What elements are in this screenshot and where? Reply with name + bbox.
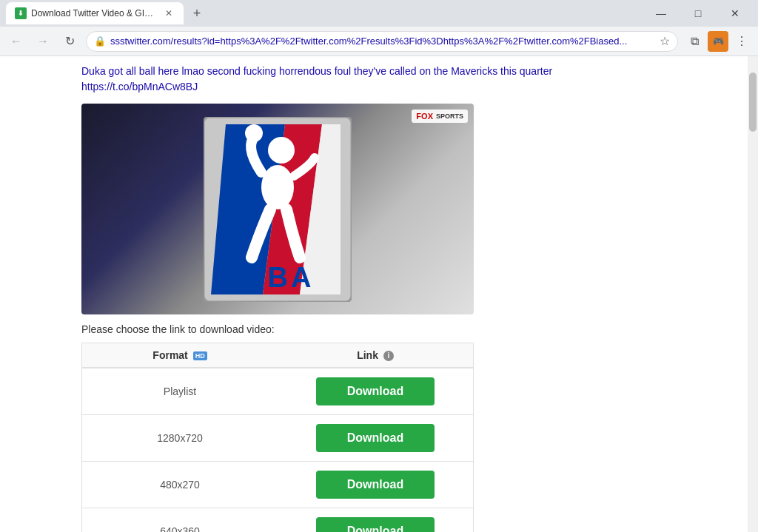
download-button-3[interactable]: Download [316, 517, 435, 532]
link-cell: Download [278, 368, 474, 415]
choose-download-text: Please choose the link to download video… [81, 323, 666, 335]
format-cell: 1280x720 [82, 415, 278, 462]
link-cell: Download [278, 508, 474, 532]
format-cell: Playlist [82, 368, 278, 415]
format-label: Playlist [164, 385, 196, 397]
tab-title: Download Twitter Video & GIF t... [31, 8, 158, 18]
tab-favicon: ⬇ [15, 7, 27, 19]
title-bar: ⬇ Download Twitter Video & GIF t... ✕ + … [0, 0, 758, 27]
table-row: 1280x720Download [82, 415, 474, 462]
tweet-text: Duka got all ball here lmao second fucki… [81, 64, 666, 95]
link-cell: Download [278, 415, 474, 462]
link-column-header: Link i [278, 343, 474, 368]
nba-logo-svg: NBA [204, 117, 352, 302]
download-button-2[interactable]: Download [316, 471, 435, 499]
svg-point-4 [268, 137, 295, 164]
forward-button[interactable]: → [33, 31, 53, 52]
page-content: Duka got all ball here lmao second fucki… [0, 56, 758, 532]
download-button-1[interactable]: Download [316, 424, 435, 452]
format-label: 640x360 [160, 525, 200, 532]
refresh-button[interactable]: ↻ [59, 31, 80, 52]
format-column-header: Format HD [82, 343, 278, 368]
link-info-icon: i [383, 351, 394, 361]
svg-text:NBA: NBA [244, 262, 314, 293]
menu-button[interactable]: ⋮ [731, 31, 752, 52]
fox-badge: FOX SPORTS [412, 110, 468, 123]
hd-badge: HD [193, 351, 207, 360]
url-text: ssstwitter.com/results?id=https%3A%2F%2F… [110, 36, 655, 47]
download-button-0[interactable]: Download [316, 377, 435, 405]
tab-close-button[interactable]: ✕ [163, 7, 175, 19]
table-row: 480x270Download [82, 462, 474, 508]
bookmark-icon[interactable]: ☆ [660, 34, 670, 48]
address-bar: ← → ↻ 🔒 ssstwitter.com/results?id=https%… [0, 27, 758, 56]
link-cell: Download [278, 462, 474, 508]
table-row: PlaylistDownload [82, 368, 474, 415]
extensions-button[interactable]: ⧉ [684, 31, 705, 52]
table-row: 640x360Download [82, 508, 474, 532]
scroll-thumb[interactable] [749, 73, 757, 132]
svg-point-6 [245, 124, 263, 142]
new-tab-button[interactable]: + [187, 3, 207, 24]
format-label: 1280x720 [157, 432, 203, 444]
close-button[interactable]: ✕ [718, 1, 752, 25]
format-cell: 640x360 [82, 508, 278, 532]
back-button[interactable]: ← [6, 31, 27, 52]
minimize-button[interactable]: — [644, 1, 678, 25]
maximize-button[interactable]: □ [681, 1, 715, 25]
browser-window: ⬇ Download Twitter Video & GIF t... ✕ + … [0, 0, 758, 532]
page-body: Duka got all ball here lmao second fucki… [70, 56, 677, 532]
window-controls: — □ ✕ [644, 1, 752, 25]
extension-icon-1[interactable]: 🎮 [708, 31, 728, 52]
download-table: Format HD Link i PlaylistDownload1280x72… [81, 343, 474, 532]
content-area: Duka got all ball here lmao second fucki… [0, 56, 748, 532]
url-bar[interactable]: 🔒 ssstwitter.com/results?id=https%3A%2F%… [86, 31, 678, 52]
video-thumbnail: NBA FOX SPORTS [81, 104, 474, 314]
scrollbar[interactable] [748, 56, 758, 532]
format-cell: 480x270 [82, 462, 278, 508]
extensions-area: ⧉ 🎮 ⋮ [684, 31, 752, 52]
active-tab[interactable]: ⬇ Download Twitter Video & GIF t... ✕ [6, 2, 184, 24]
format-label: 480x270 [160, 479, 200, 491]
lock-icon: 🔒 [94, 36, 106, 47]
